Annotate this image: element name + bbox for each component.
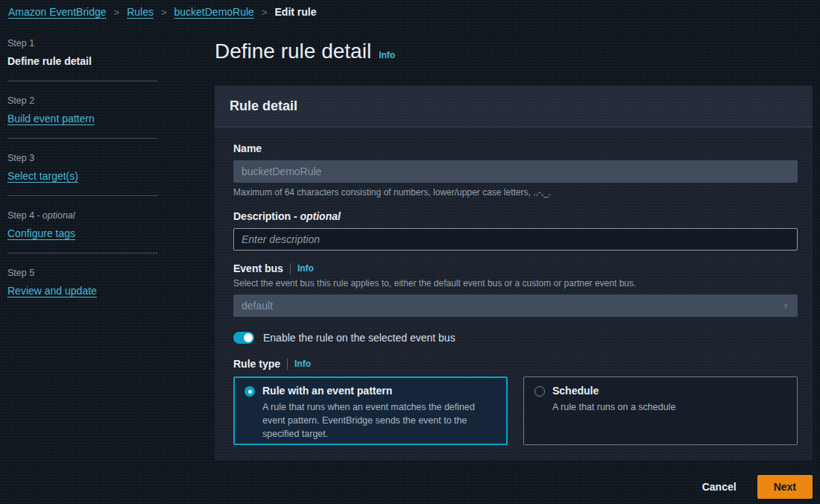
title-info-link[interactable]: Info <box>379 42 395 68</box>
page-title: Define rule detail Info <box>215 39 813 68</box>
rule-detail-panel: Rule detail Name Maximum of 64 character… <box>215 86 813 460</box>
option-description: A rule that runs when an event matches t… <box>262 400 496 441</box>
event-bus-select: default ▼ <box>233 294 798 317</box>
step-number-label: Step 2 <box>7 95 158 106</box>
description-label: Description - optional <box>233 210 798 222</box>
sidebar-item-configure-tags[interactable]: Configure tags <box>7 227 158 239</box>
event-bus-field-group: Event bus Info Select the event bus this… <box>233 262 798 317</box>
breadcrumb-link-rules[interactable]: Rules <box>127 6 154 18</box>
next-button[interactable]: Next <box>757 475 813 499</box>
enable-rule-toggle-row: Enable the rule on the selected event bu… <box>233 332 798 344</box>
rule-type-option-schedule[interactable]: Schedule A rule that runs on a schedule <box>523 377 798 445</box>
enable-rule-toggle[interactable] <box>233 332 254 344</box>
breadcrumb-separator-icon: > <box>161 7 167 18</box>
name-helper-text: Maximum of 64 characters consisting of n… <box>233 186 798 198</box>
breadcrumb-link-eventbridge[interactable]: Amazon EventBridge <box>8 6 107 18</box>
option-description: A rule that runs on a schedule <box>552 400 675 414</box>
sidebar-step-2: Step 2 Build event pattern <box>7 95 158 125</box>
option-title: Schedule <box>552 385 675 397</box>
divider <box>7 195 158 196</box>
main-content: Define rule detail Info Rule detail Name… <box>215 39 813 499</box>
sidebar-step-4: Step 4- optional Configure tags <box>7 210 158 239</box>
event-bus-helper-text: Select the event bus this rule applies t… <box>233 277 798 289</box>
step-number-label: Step 5 <box>7 268 158 278</box>
breadcrumb-separator-icon: > <box>262 7 268 18</box>
name-field-group: Name Maximum of 64 characters consisting… <box>233 142 798 198</box>
rule-type-info-link[interactable]: Info <box>294 359 311 369</box>
panel-body: Name Maximum of 64 characters consisting… <box>215 127 813 460</box>
cancel-button[interactable]: Cancel <box>701 476 738 497</box>
divider <box>290 263 291 274</box>
toggle-knob <box>244 333 253 342</box>
sidebar-step-5: Step 5 Review and update <box>7 268 158 297</box>
steps-sidebar: Step 1 Define rule detail Step 2 Build e… <box>7 38 158 297</box>
option-title: Rule with an event pattern <box>262 385 496 397</box>
optional-suffix: - optional <box>37 210 75 221</box>
description-field-group: Description - optional <box>233 210 798 251</box>
sidebar-item-define-rule-detail: Define rule detail <box>7 55 158 67</box>
divider <box>7 253 158 253</box>
chevron-down-icon: ▼ <box>782 302 789 310</box>
radio-checked-icon <box>245 386 255 397</box>
divider <box>7 138 158 139</box>
wizard-footer-actions: Cancel Next <box>215 475 813 499</box>
rule-type-label-row: Rule type Info <box>233 358 798 370</box>
sidebar-item-review-and-update[interactable]: Review and update <box>7 285 158 297</box>
name-input <box>233 160 798 183</box>
rule-type-option-event-pattern[interactable]: Rule with an event pattern A rule that r… <box>233 377 508 445</box>
panel-header: Rule detail <box>215 86 813 127</box>
divider <box>7 81 158 81</box>
sidebar-item-build-event-pattern[interactable]: Build event pattern <box>7 113 158 125</box>
name-label: Name <box>233 142 798 154</box>
optional-suffix: - optional <box>294 210 341 222</box>
breadcrumb-link-rule-name[interactable]: bucketDemoRule <box>174 6 254 18</box>
breadcrumb-current-page: Edit rule <box>275 6 317 18</box>
enable-rule-toggle-label: Enable the rule on the selected event bu… <box>263 332 455 344</box>
event-bus-info-link[interactable]: Info <box>297 263 314 274</box>
description-input[interactable] <box>233 228 798 251</box>
step-number-label: Step 3 <box>7 153 158 163</box>
rule-type-label: Rule type <box>233 358 280 370</box>
event-bus-selected-value: default <box>242 300 273 312</box>
sidebar-step-1: Step 1 Define rule detail <box>7 38 158 67</box>
breadcrumb-separator-icon: > <box>114 7 120 18</box>
divider <box>287 359 288 370</box>
rule-type-options: Rule with an event pattern A rule that r… <box>233 377 798 445</box>
step-number-label: Step 4- optional <box>7 210 158 221</box>
sidebar-item-select-targets[interactable]: Select target(s) <box>7 170 158 182</box>
radio-unchecked-icon <box>534 386 545 397</box>
step-number-label: Step 1 <box>7 38 158 48</box>
sidebar-step-3: Step 3 Select target(s) <box>7 153 158 182</box>
breadcrumb: Amazon EventBridge > Rules > bucketDemoR… <box>8 6 317 18</box>
event-bus-label: Event bus <box>233 262 283 274</box>
